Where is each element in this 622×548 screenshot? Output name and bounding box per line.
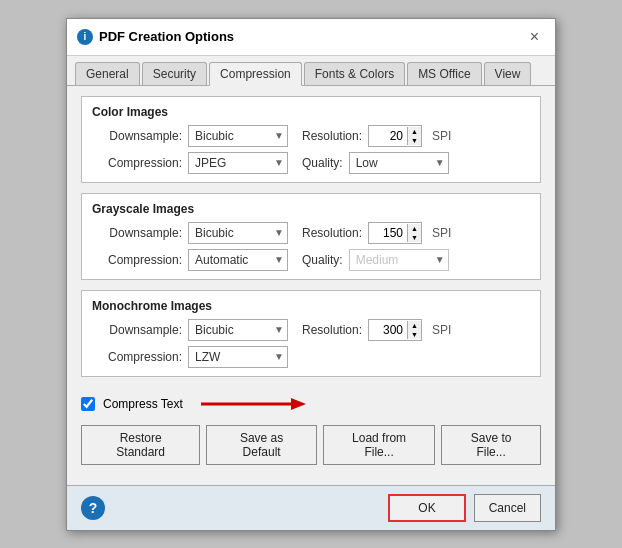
red-arrow-icon <box>191 393 311 415</box>
mono-resolution-input[interactable] <box>369 320 407 340</box>
gray-resolution-label: Resolution: <box>302 226 362 240</box>
mono-downsample-select[interactable]: Bicubic <box>188 319 288 341</box>
help-button[interactable]: ? <box>81 496 105 520</box>
save-default-button[interactable]: Save as Default <box>206 425 317 465</box>
gray-downsample-row: Downsample: Bicubic ▼ Resolution: ▲ ▼ SP… <box>92 222 530 244</box>
footer: ? OK Cancel <box>67 485 555 530</box>
grayscale-images-section: Grayscale Images Downsample: Bicubic ▼ R… <box>81 193 541 280</box>
cancel-button[interactable]: Cancel <box>474 494 541 522</box>
mono-compression-select[interactable]: LZW <box>188 346 288 368</box>
tab-compression[interactable]: Compression <box>209 62 302 86</box>
grayscale-images-title: Grayscale Images <box>92 202 530 216</box>
load-from-file-button[interactable]: Load from File... <box>323 425 435 465</box>
color-downsample-label: Downsample: <box>92 129 182 143</box>
tab-view[interactable]: View <box>484 62 532 85</box>
title-bar: i PDF Creation Options × <box>67 19 555 56</box>
gray-spi-label: SPI <box>432 226 451 240</box>
color-downsample-select[interactable]: Bicubic <box>188 125 288 147</box>
ok-button[interactable]: OK <box>388 494 465 522</box>
close-button[interactable]: × <box>524 27 545 47</box>
dialog-icon: i <box>77 29 93 45</box>
color-resolution-spin[interactable]: ▲ ▼ <box>368 125 422 147</box>
color-downsample-row: Downsample: Bicubic ▼ Resolution: ▲ ▼ SP… <box>92 125 530 147</box>
tab-content: Color Images Downsample: Bicubic ▼ Resol… <box>67 86 555 485</box>
monochrome-images-title: Monochrome Images <box>92 299 530 313</box>
gray-downsample-label: Downsample: <box>92 226 182 240</box>
color-resolution-down[interactable]: ▼ <box>408 136 421 145</box>
mono-downsample-label: Downsample: <box>92 323 182 337</box>
tab-bar: General Security Compression Fonts & Col… <box>67 56 555 86</box>
tab-ms-office[interactable]: MS Office <box>407 62 481 85</box>
color-images-title: Color Images <box>92 105 530 119</box>
monochrome-images-section: Monochrome Images Downsample: Bicubic ▼ … <box>81 290 541 377</box>
color-images-section: Color Images Downsample: Bicubic ▼ Resol… <box>81 96 541 183</box>
tab-general[interactable]: General <box>75 62 140 85</box>
gray-compression-row: Compression: Automatic ▼ Quality: Medium… <box>92 249 530 271</box>
action-buttons: Restore Standard Save as Default Load fr… <box>81 419 541 475</box>
color-resolution-input[interactable] <box>369 126 407 146</box>
color-compression-label: Compression: <box>92 156 182 170</box>
tab-fonts-colors[interactable]: Fonts & Colors <box>304 62 405 85</box>
svg-marker-1 <box>291 398 306 410</box>
mono-resolution-up[interactable]: ▲ <box>408 321 421 330</box>
compress-text-label[interactable]: Compress Text <box>103 397 183 411</box>
gray-quality-label: Quality: <box>302 253 343 267</box>
gray-quality-select[interactable]: Medium <box>349 249 449 271</box>
color-quality-label: Quality: <box>302 156 343 170</box>
compress-text-row: Compress Text <box>81 387 541 419</box>
mono-spi-label: SPI <box>432 323 451 337</box>
color-quality-select[interactable]: Low Medium High <box>349 152 449 174</box>
mono-resolution-label: Resolution: <box>302 323 362 337</box>
gray-resolution-spin[interactable]: ▲ ▼ <box>368 222 422 244</box>
mono-downsample-row: Downsample: Bicubic ▼ Resolution: ▲ ▼ SP… <box>92 319 530 341</box>
gray-resolution-down[interactable]: ▼ <box>408 233 421 242</box>
color-spi-label: SPI <box>432 129 451 143</box>
dialog: i PDF Creation Options × General Securit… <box>66 18 556 531</box>
dialog-title: PDF Creation Options <box>99 29 234 44</box>
gray-resolution-up[interactable]: ▲ <box>408 224 421 233</box>
gray-compression-label: Compression: <box>92 253 182 267</box>
mono-compression-row: Compression: LZW ▼ <box>92 346 530 368</box>
color-compression-row: Compression: JPEG ▼ Quality: Low Medium … <box>92 152 530 174</box>
color-resolution-up[interactable]: ▲ <box>408 127 421 136</box>
restore-standard-button[interactable]: Restore Standard <box>81 425 200 465</box>
color-compression-select[interactable]: JPEG <box>188 152 288 174</box>
compress-text-checkbox[interactable] <box>81 397 95 411</box>
gray-resolution-input[interactable] <box>369 223 407 243</box>
gray-compression-select[interactable]: Automatic <box>188 249 288 271</box>
gray-downsample-select[interactable]: Bicubic <box>188 222 288 244</box>
mono-resolution-spin[interactable]: ▲ ▼ <box>368 319 422 341</box>
mono-resolution-down[interactable]: ▼ <box>408 330 421 339</box>
tab-security[interactable]: Security <box>142 62 207 85</box>
mono-compression-label: Compression: <box>92 350 182 364</box>
color-resolution-label: Resolution: <box>302 129 362 143</box>
save-to-file-button[interactable]: Save to File... <box>441 425 541 465</box>
